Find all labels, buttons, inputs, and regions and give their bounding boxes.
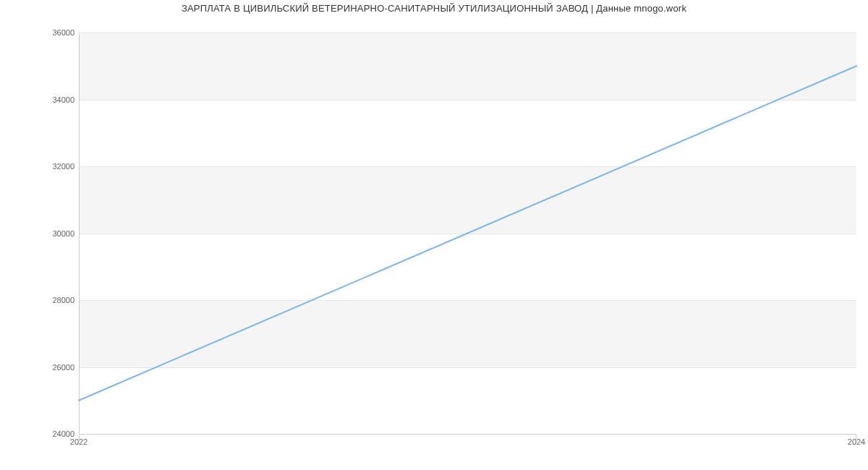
- chart-title: ЗАРПЛАТА В ЦИВИЛЬСКИЙ ВЕТЕРИНАРНО-САНИТА…: [0, 3, 868, 14]
- y-tick-label: 28000: [31, 296, 75, 304]
- y-tick-label: 30000: [31, 229, 75, 238]
- plot-area: [79, 33, 856, 434]
- y-tick-label: 34000: [31, 95, 75, 104]
- x-tick-label: 2024: [848, 437, 865, 446]
- chart-container: ЗАРПЛАТА В ЦИВИЛЬСКИЙ ВЕТЕРИНАРНО-САНИТА…: [0, 0, 868, 470]
- y-tick-label: 36000: [31, 28, 75, 37]
- x-tick-mark: [79, 434, 80, 440]
- line-series: [79, 33, 856, 434]
- y-tick-label: 32000: [31, 162, 75, 171]
- x-tick-mark: [856, 434, 856, 440]
- x-axis-line: [79, 434, 856, 435]
- y-tick-label: 24000: [31, 430, 75, 438]
- series-path: [79, 66, 856, 401]
- y-tick-label: 26000: [31, 363, 75, 372]
